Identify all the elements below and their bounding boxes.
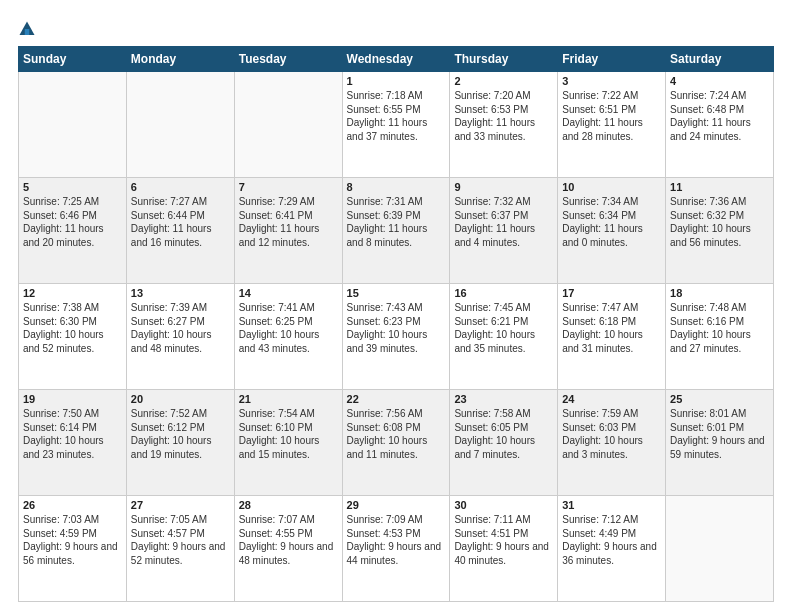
page: SundayMondayTuesdayWednesdayThursdayFrid…: [0, 0, 792, 612]
calendar-cell: 21Sunrise: 7:54 AMSunset: 6:10 PMDayligh…: [234, 390, 342, 496]
cell-detail: Sunrise: 7:34 AM: [562, 195, 661, 209]
cell-detail: Sunset: 6:25 PM: [239, 315, 338, 329]
calendar-cell: 24Sunrise: 7:59 AMSunset: 6:03 PMDayligh…: [558, 390, 666, 496]
cell-detail: Daylight: 10 hours and 7 minutes.: [454, 434, 553, 461]
day-number: 21: [239, 393, 338, 405]
calendar-cell: 5Sunrise: 7:25 AMSunset: 6:46 PMDaylight…: [19, 178, 127, 284]
cell-detail: Daylight: 10 hours and 19 minutes.: [131, 434, 230, 461]
day-number: 14: [239, 287, 338, 299]
cell-detail: Sunset: 6:23 PM: [347, 315, 446, 329]
day-number: 3: [562, 75, 661, 87]
cell-detail: Daylight: 11 hours and 4 minutes.: [454, 222, 553, 249]
day-number: 29: [347, 499, 446, 511]
cell-detail: Sunset: 6:03 PM: [562, 421, 661, 435]
cell-detail: Daylight: 10 hours and 23 minutes.: [23, 434, 122, 461]
calendar-week-row: 1Sunrise: 7:18 AMSunset: 6:55 PMDaylight…: [19, 72, 774, 178]
weekday-header-wednesday: Wednesday: [342, 47, 450, 72]
calendar-cell: [666, 496, 774, 602]
day-number: 1: [347, 75, 446, 87]
cell-detail: Sunset: 6:05 PM: [454, 421, 553, 435]
cell-detail: Sunrise: 7:03 AM: [23, 513, 122, 527]
cell-detail: Daylight: 9 hours and 44 minutes.: [347, 540, 446, 567]
logo: [18, 20, 40, 38]
cell-detail: Sunset: 4:53 PM: [347, 527, 446, 541]
calendar-cell: 19Sunrise: 7:50 AMSunset: 6:14 PMDayligh…: [19, 390, 127, 496]
cell-detail: Sunset: 6:32 PM: [670, 209, 769, 223]
calendar-cell: 29Sunrise: 7:09 AMSunset: 4:53 PMDayligh…: [342, 496, 450, 602]
day-number: 2: [454, 75, 553, 87]
calendar-cell: 6Sunrise: 7:27 AMSunset: 6:44 PMDaylight…: [126, 178, 234, 284]
cell-detail: Sunrise: 7:31 AM: [347, 195, 446, 209]
day-number: 11: [670, 181, 769, 193]
day-number: 13: [131, 287, 230, 299]
cell-detail: Sunset: 6:37 PM: [454, 209, 553, 223]
calendar-week-row: 26Sunrise: 7:03 AMSunset: 4:59 PMDayligh…: [19, 496, 774, 602]
cell-detail: Sunset: 6:12 PM: [131, 421, 230, 435]
calendar-cell: [126, 72, 234, 178]
weekday-header-tuesday: Tuesday: [234, 47, 342, 72]
cell-detail: Sunset: 4:51 PM: [454, 527, 553, 541]
calendar-cell: 2Sunrise: 7:20 AMSunset: 6:53 PMDaylight…: [450, 72, 558, 178]
day-number: 20: [131, 393, 230, 405]
calendar-cell: 28Sunrise: 7:07 AMSunset: 4:55 PMDayligh…: [234, 496, 342, 602]
weekday-header-saturday: Saturday: [666, 47, 774, 72]
cell-detail: Sunset: 6:41 PM: [239, 209, 338, 223]
calendar-cell: 22Sunrise: 7:56 AMSunset: 6:08 PMDayligh…: [342, 390, 450, 496]
cell-detail: Sunset: 4:55 PM: [239, 527, 338, 541]
weekday-header-thursday: Thursday: [450, 47, 558, 72]
cell-detail: Sunset: 6:18 PM: [562, 315, 661, 329]
day-number: 28: [239, 499, 338, 511]
calendar-week-row: 12Sunrise: 7:38 AMSunset: 6:30 PMDayligh…: [19, 284, 774, 390]
cell-detail: Sunset: 6:10 PM: [239, 421, 338, 435]
cell-detail: Daylight: 11 hours and 20 minutes.: [23, 222, 122, 249]
cell-detail: Sunrise: 7:12 AM: [562, 513, 661, 527]
calendar-cell: 8Sunrise: 7:31 AMSunset: 6:39 PMDaylight…: [342, 178, 450, 284]
cell-detail: Sunset: 4:57 PM: [131, 527, 230, 541]
cell-detail: Sunset: 6:08 PM: [347, 421, 446, 435]
day-number: 30: [454, 499, 553, 511]
cell-detail: Sunrise: 7:38 AM: [23, 301, 122, 315]
header: [18, 16, 774, 38]
cell-detail: Daylight: 10 hours and 11 minutes.: [347, 434, 446, 461]
cell-detail: Sunrise: 7:09 AM: [347, 513, 446, 527]
calendar-cell: 9Sunrise: 7:32 AMSunset: 6:37 PMDaylight…: [450, 178, 558, 284]
day-number: 9: [454, 181, 553, 193]
day-number: 7: [239, 181, 338, 193]
calendar-cell: 4Sunrise: 7:24 AMSunset: 6:48 PMDaylight…: [666, 72, 774, 178]
cell-detail: Sunrise: 7:32 AM: [454, 195, 553, 209]
cell-detail: Sunset: 6:21 PM: [454, 315, 553, 329]
cell-detail: Daylight: 11 hours and 28 minutes.: [562, 116, 661, 143]
calendar-cell: 15Sunrise: 7:43 AMSunset: 6:23 PMDayligh…: [342, 284, 450, 390]
calendar-cell: 16Sunrise: 7:45 AMSunset: 6:21 PMDayligh…: [450, 284, 558, 390]
day-number: 27: [131, 499, 230, 511]
calendar-week-row: 19Sunrise: 7:50 AMSunset: 6:14 PMDayligh…: [19, 390, 774, 496]
calendar-cell: 10Sunrise: 7:34 AMSunset: 6:34 PMDayligh…: [558, 178, 666, 284]
cell-detail: Daylight: 11 hours and 37 minutes.: [347, 116, 446, 143]
calendar-table: SundayMondayTuesdayWednesdayThursdayFrid…: [18, 46, 774, 602]
cell-detail: Sunrise: 7:58 AM: [454, 407, 553, 421]
cell-detail: Sunrise: 7:18 AM: [347, 89, 446, 103]
calendar-cell: 20Sunrise: 7:52 AMSunset: 6:12 PMDayligh…: [126, 390, 234, 496]
calendar-cell: 17Sunrise: 7:47 AMSunset: 6:18 PMDayligh…: [558, 284, 666, 390]
cell-detail: Sunrise: 7:48 AM: [670, 301, 769, 315]
cell-detail: Daylight: 10 hours and 27 minutes.: [670, 328, 769, 355]
calendar-cell: 7Sunrise: 7:29 AMSunset: 6:41 PMDaylight…: [234, 178, 342, 284]
day-number: 8: [347, 181, 446, 193]
cell-detail: Daylight: 9 hours and 56 minutes.: [23, 540, 122, 567]
cell-detail: Daylight: 9 hours and 59 minutes.: [670, 434, 769, 461]
weekday-header-friday: Friday: [558, 47, 666, 72]
cell-detail: Sunrise: 7:54 AM: [239, 407, 338, 421]
calendar-cell: 11Sunrise: 7:36 AMSunset: 6:32 PMDayligh…: [666, 178, 774, 284]
cell-detail: Daylight: 11 hours and 8 minutes.: [347, 222, 446, 249]
cell-detail: Sunrise: 7:24 AM: [670, 89, 769, 103]
cell-detail: Sunrise: 7:11 AM: [454, 513, 553, 527]
day-number: 31: [562, 499, 661, 511]
cell-detail: Daylight: 11 hours and 33 minutes.: [454, 116, 553, 143]
cell-detail: Daylight: 10 hours and 3 minutes.: [562, 434, 661, 461]
calendar-cell: [19, 72, 127, 178]
day-number: 23: [454, 393, 553, 405]
cell-detail: Sunset: 6:55 PM: [347, 103, 446, 117]
calendar-cell: 13Sunrise: 7:39 AMSunset: 6:27 PMDayligh…: [126, 284, 234, 390]
weekday-header-sunday: Sunday: [19, 47, 127, 72]
cell-detail: Sunset: 6:48 PM: [670, 103, 769, 117]
